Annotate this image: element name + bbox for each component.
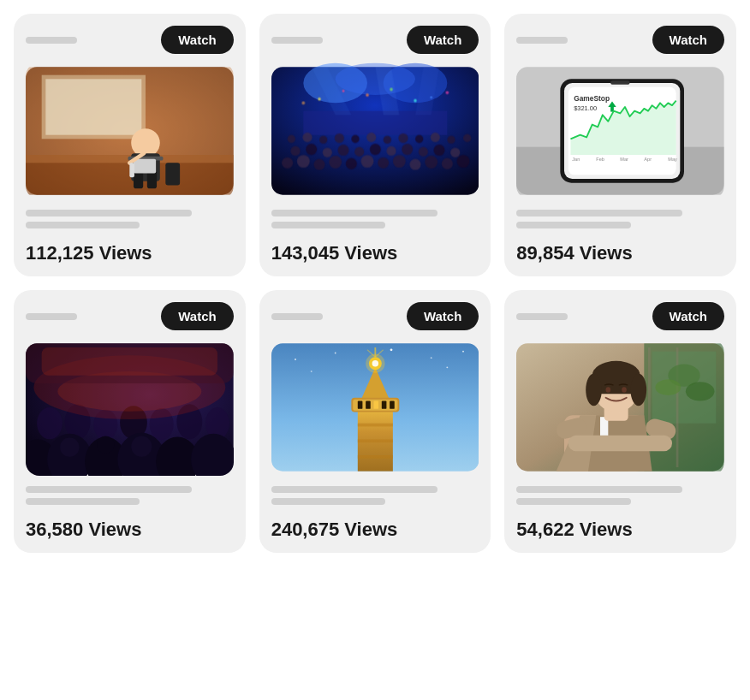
card-line-3b: [516, 222, 630, 228]
header-line-4: [26, 313, 77, 320]
watch-button-2[interactable]: Watch: [407, 26, 479, 54]
svg-rect-80: [610, 80, 629, 85]
card-header-2: Watch: [271, 26, 479, 54]
watch-button-1[interactable]: Watch: [161, 26, 233, 54]
svg-point-53: [463, 134, 471, 142]
thumbnail-3: GameStop $321.00 Jan Feb Mar Apr May: [516, 62, 724, 199]
svg-point-24: [360, 155, 373, 168]
svg-point-23: [345, 158, 356, 169]
svg-point-33: [322, 148, 331, 157]
thumbnail-4: [26, 339, 234, 476]
svg-rect-142: [568, 436, 672, 452]
watch-button-4[interactable]: Watch: [161, 302, 233, 330]
svg-point-121: [372, 360, 378, 366]
watch-button-3[interactable]: Watch: [652, 26, 724, 54]
views-count-3: 89,854 Views: [516, 242, 724, 264]
thumbnail-1: [26, 62, 234, 199]
card-line-4a: [26, 486, 192, 493]
card-header-6: Watch: [516, 302, 724, 330]
svg-point-149: [606, 387, 611, 393]
svg-point-51: [430, 133, 439, 142]
views-count-6: 54,622 Views: [516, 519, 724, 541]
svg-point-17: [335, 63, 414, 95]
svg-point-30: [456, 155, 469, 168]
video-card-6: Watch: [504, 290, 736, 553]
svg-point-147: [586, 374, 603, 406]
video-card-4: Watch: [14, 290, 246, 553]
card-lines-4: [26, 486, 234, 505]
thumbnail-2: [271, 62, 479, 199]
svg-rect-114: [357, 401, 362, 409]
svg-point-108: [310, 371, 312, 372]
svg-point-38: [402, 144, 413, 155]
video-card-1: Watch: [14, 14, 246, 276]
header-line-6: [516, 313, 568, 320]
svg-point-49: [398, 133, 408, 143]
header-line-5: [271, 313, 323, 320]
card-lines-2: [271, 210, 479, 228]
views-count-1: 112,125 Views: [26, 242, 234, 264]
svg-point-135: [656, 379, 682, 395]
svg-point-105: [390, 348, 392, 351]
svg-rect-101: [42, 347, 217, 376]
svg-rect-116: [373, 401, 378, 409]
card-header-5: Watch: [271, 302, 479, 330]
card-line-5b: [271, 498, 385, 505]
card-line-3a: [516, 210, 682, 217]
svg-point-134: [686, 382, 715, 400]
svg-point-60: [301, 101, 305, 104]
svg-point-22: [329, 156, 342, 169]
svg-point-54: [318, 98, 321, 101]
svg-point-41: [450, 148, 460, 157]
svg-rect-4: [45, 79, 141, 134]
svg-rect-118: [390, 401, 395, 409]
card-line-1a: [26, 210, 192, 217]
svg-point-32: [306, 144, 317, 155]
svg-point-98: [97, 436, 115, 454]
watch-button-5[interactable]: Watch: [407, 302, 479, 330]
svg-point-148: [631, 374, 647, 406]
svg-point-61: [445, 91, 449, 94]
svg-point-82: [37, 407, 62, 439]
views-count-2: 143,045 Views: [271, 242, 479, 264]
svg-point-31: [290, 146, 300, 156]
svg-point-46: [351, 135, 359, 143]
svg-point-40: [433, 145, 444, 156]
svg-point-35: [354, 147, 364, 157]
thumbnail-6: [516, 339, 724, 476]
card-header-4: Watch: [26, 302, 234, 330]
svg-text:Feb: Feb: [597, 157, 605, 162]
svg-point-45: [334, 133, 343, 143]
watch-button-6[interactable]: Watch: [652, 302, 724, 330]
card-header-1: Watch: [26, 26, 234, 54]
svg-point-39: [418, 147, 427, 157]
svg-point-57: [342, 90, 344, 92]
header-line-3: [516, 37, 568, 44]
svg-point-109: [446, 366, 448, 368]
svg-point-21: [313, 159, 324, 170]
video-grid: Watch: [14, 14, 736, 553]
card-line-2a: [271, 210, 438, 217]
svg-text:Mar: Mar: [621, 157, 629, 162]
svg-point-27: [409, 159, 420, 170]
svg-point-36: [369, 144, 380, 155]
video-card-3: Watch GameStop $321.00: [504, 14, 736, 276]
svg-point-44: [319, 136, 327, 144]
svg-point-43: [302, 133, 312, 142]
card-lines-1: [26, 210, 234, 228]
svg-point-42: [287, 135, 295, 143]
views-count-4: 36,580 Views: [26, 519, 234, 541]
svg-text:Jan: Jan: [573, 157, 580, 162]
svg-rect-8: [147, 171, 157, 189]
svg-point-28: [425, 156, 438, 169]
card-line-6b: [516, 498, 630, 505]
svg-point-37: [386, 146, 396, 156]
svg-rect-117: [381, 401, 386, 409]
card-lines-5: [271, 486, 479, 505]
svg-point-150: [622, 387, 628, 393]
card-lines-6: [516, 486, 724, 505]
thumbnail-5: [271, 339, 479, 476]
svg-point-103: [295, 359, 296, 360]
svg-rect-115: [366, 401, 371, 409]
svg-rect-13: [129, 163, 134, 177]
